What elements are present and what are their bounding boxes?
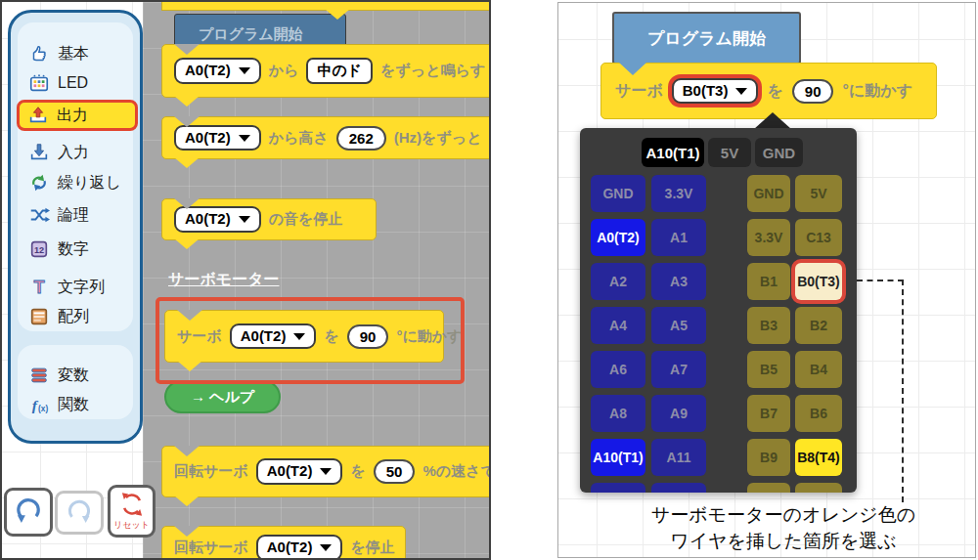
sidebar-item-functions[interactable]: f(x) 関数	[21, 391, 134, 418]
pin-header-A10(T1)[interactable]: A10(T1)	[642, 138, 704, 167]
sidebar-item-label: 配列	[58, 307, 89, 327]
redo-icon	[65, 496, 94, 530]
sidebar-item-basic[interactable]: 基本	[21, 40, 134, 67]
pin-cell-B3[interactable]: B3	[747, 307, 790, 344]
note-field[interactable]: 中のド	[306, 58, 373, 84]
rotation-servo-speed-block[interactable]: 回転サーボ A0(T2) を 50 %の速さで回	[161, 446, 491, 497]
sidebar-item-label: 文字列	[58, 278, 105, 298]
sidebar-item-logic[interactable]: 論理	[21, 201, 134, 229]
pin-cell-A6[interactable]: A6	[591, 351, 645, 388]
pin-dropdown[interactable]: A0(T2)	[230, 323, 317, 350]
thumbs-up-icon	[28, 43, 50, 65]
pin-cell-B8(T4)[interactable]: B8(T4)	[795, 439, 842, 476]
undo-icon	[13, 495, 44, 530]
program-start-block[interactable]: プログラム開始	[612, 12, 801, 65]
pin-cell-B9[interactable]: B9	[747, 439, 790, 476]
sidebar-item-arrays[interactable]: 配列	[21, 303, 134, 330]
pin-dropdown-highlighted[interactable]: B0(T3)	[672, 78, 759, 105]
sidebar-item-label: 関数	[58, 395, 89, 415]
pin-cell-A7[interactable]: A7	[651, 351, 706, 388]
svg-text:12: 12	[34, 245, 44, 255]
block-text: から高さ	[269, 129, 329, 148]
pin-cell-cutoff[interactable]	[591, 483, 645, 493]
pin-header-GND[interactable]: GND	[755, 138, 803, 167]
pin-value: A0(T2)	[185, 62, 231, 80]
pin-dropdown[interactable]: A0(T2)	[174, 206, 261, 233]
output-icon	[27, 105, 49, 126]
servo-angle-block[interactable]: サーボ A0(T2) を 90 °に動かす	[164, 310, 444, 363]
undo-button[interactable]	[4, 488, 53, 537]
number-field[interactable]: 90	[347, 324, 389, 349]
reset-label: リセット	[113, 519, 150, 532]
caption-line-1: サーボモーターのオレンジ色の	[627, 502, 940, 529]
block-text: から	[269, 62, 299, 80]
pin-cell-5V[interactable]: 5V	[795, 175, 842, 212]
block-text: %の速さで回	[422, 462, 491, 481]
pin-cell-A2[interactable]: A2	[591, 263, 645, 300]
pin-cell-cutoff[interactable]	[651, 483, 706, 493]
number-field[interactable]: 50	[374, 459, 416, 484]
block-tab	[177, 361, 202, 371]
sidebar-item-label: 変数	[58, 366, 89, 386]
sidebar-item-led[interactable]: LED	[21, 69, 134, 97]
play-frequency-block[interactable]: A0(T2) から高さ 262 (Hz)をずっと	[161, 116, 491, 159]
pin-cell-3.3V[interactable]: 3.3V	[747, 219, 790, 256]
pin-cell-3.3V[interactable]: 3.3V	[651, 175, 706, 212]
pin-cell-cutoff[interactable]	[795, 483, 842, 493]
program-start-label: プログラム開始	[647, 27, 766, 50]
rotation-servo-stop-block[interactable]: 回転サーボ A0(T2) を停止	[161, 526, 406, 560]
servo-angle-block[interactable]: サーボ B0(T3) を 90 °に動かす	[600, 63, 937, 119]
redo-button[interactable]	[55, 491, 104, 535]
variables-icon	[28, 365, 50, 386]
block-notch	[174, 44, 200, 55]
help-button[interactable]: → ヘルプ	[164, 380, 281, 413]
pin-cell-A4[interactable]: A4	[591, 307, 645, 344]
pin-cell-B0(T3)[interactable]: B0(T3)	[795, 263, 842, 300]
chevron-down-icon	[320, 544, 332, 551]
pin-cell-A11[interactable]: A11	[651, 439, 706, 476]
blockly-editor-screenshot: プログラム開始 A0(T2) から 中のド をずっと鳴らす A0(T2) から高…	[0, 0, 491, 560]
pin-cell-A9[interactable]: A9	[651, 395, 706, 432]
pin-cell-B7[interactable]: B7	[747, 395, 790, 432]
pin-cell-GND[interactable]: GND	[747, 175, 790, 212]
numbers-icon: 12	[28, 238, 50, 260]
pin-cell-B5[interactable]: B5	[747, 351, 790, 388]
pin-cell-A3[interactable]: A3	[651, 263, 706, 300]
block-notch	[174, 526, 200, 537]
pin-cell-cutoff[interactable]	[747, 483, 790, 493]
block-text: の音を停止	[269, 210, 343, 229]
chevron-down-icon	[293, 333, 305, 340]
sidebar-item-input[interactable]: 入力	[21, 139, 134, 166]
chevron-down-icon	[239, 216, 250, 223]
block-text: (Hz)をずっと	[394, 129, 482, 148]
pin-cell-A10(T1)[interactable]: A10(T1)	[591, 439, 645, 476]
pin-cell-A8[interactable]: A8	[591, 395, 645, 432]
sidebar-item-variables[interactable]: 変数	[21, 362, 134, 389]
sidebar-item-numbers[interactable]: 12 数字	[21, 236, 134, 263]
number-field[interactable]: 262	[336, 126, 386, 151]
pin-dropdown[interactable]: A0(T2)	[256, 535, 343, 560]
pin-cell-A5[interactable]: A5	[651, 307, 706, 344]
sidebar-item-loops[interactable]: 繰り返し	[21, 169, 134, 196]
pin-cell-A0(T2)[interactable]: A0(T2)	[591, 219, 645, 256]
pin-cell-A1[interactable]: A1	[651, 219, 706, 256]
stop-sound-block[interactable]: A0(T2) の音を停止	[161, 198, 377, 240]
block-text: を停止	[350, 538, 394, 557]
play-note-block[interactable]: A0(T2) から 中のド をずっと鳴らす	[161, 44, 491, 98]
pin-cell-B6[interactable]: B6	[795, 395, 842, 432]
number-field[interactable]: 90	[792, 79, 834, 104]
pin-cell-B1[interactable]: B1	[747, 263, 790, 300]
sidebar-item-output[interactable]: 出力	[17, 100, 138, 131]
block-tab	[325, 9, 350, 20]
pin-cell-GND[interactable]: GND	[591, 175, 645, 212]
sidebar-item-strings[interactable]: T 文字列	[21, 274, 134, 301]
reset-button[interactable]: リセット	[108, 485, 156, 538]
pin-cell-B2[interactable]: B2	[795, 307, 842, 344]
pin-dropdown[interactable]: A0(T2)	[174, 125, 261, 151]
pin-header-5V[interactable]: 5V	[708, 138, 751, 167]
servo-block-detail-screenshot: プログラム開始 サーボ B0(T3) を 90 °に動かす A10(T1)5VG…	[557, 2, 976, 558]
pin-cell-C13[interactable]: C13	[795, 219, 842, 256]
pin-dropdown[interactable]: A0(T2)	[256, 458, 343, 485]
pin-cell-B4[interactable]: B4	[795, 351, 842, 388]
pin-dropdown[interactable]: A0(T2)	[174, 58, 261, 84]
